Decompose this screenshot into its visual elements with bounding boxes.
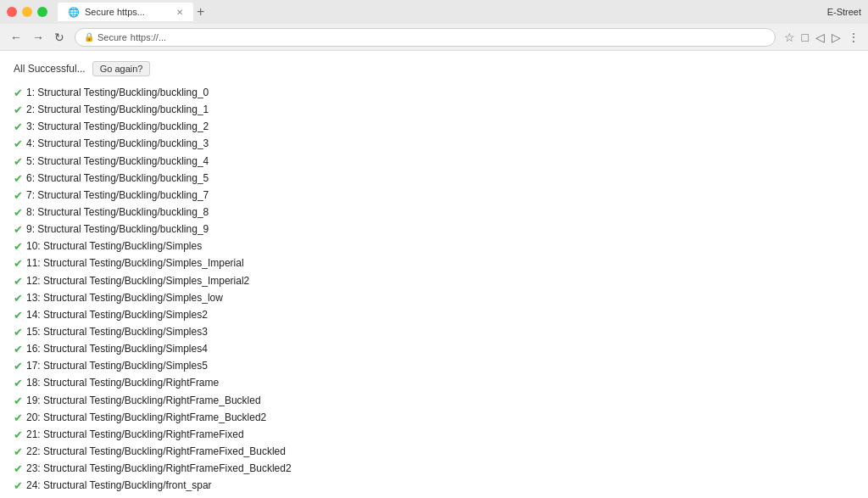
list-item: ✔24: Structural Testing/Buckling/front_s… bbox=[14, 478, 854, 495]
check-icon: ✔ bbox=[14, 221, 23, 238]
result-text: 10: Structural Testing/Buckling/Simples bbox=[26, 238, 202, 255]
result-text: 19: Structural Testing/Buckling/RightFra… bbox=[26, 393, 261, 409]
result-text: 11: Structural Testing/Buckling/Simples_… bbox=[26, 255, 244, 271]
list-item: ✔14: Structural Testing/Buckling/Simples… bbox=[14, 307, 854, 324]
check-icon: ✔ bbox=[14, 204, 23, 221]
list-item: ✔12: Structural Testing/Buckling/Simples… bbox=[14, 273, 854, 290]
list-item: ✔17: Structural Testing/Buckling/Simples… bbox=[14, 358, 854, 375]
nav-menu-button[interactable]: ⋮ bbox=[846, 29, 861, 46]
check-icon: ✔ bbox=[14, 187, 23, 204]
page-content: All Successful... Go again? ✔1: Structur… bbox=[0, 51, 868, 498]
result-text: 4: Structural Testing/Buckling/buckling_… bbox=[26, 136, 209, 152]
result-text: 17: Structural Testing/Buckling/Simples5 bbox=[26, 358, 208, 374]
result-text: 16: Structural Testing/Buckling/Simples4 bbox=[26, 341, 208, 357]
check-icon: ✔ bbox=[14, 85, 23, 102]
check-icon: ✔ bbox=[14, 495, 23, 498]
result-text: 15: Structural Testing/Buckling/Simples3 bbox=[26, 324, 208, 340]
list-item: ✔9: Structural Testing/Buckling/buckling… bbox=[14, 221, 854, 238]
window-controls bbox=[7, 7, 47, 17]
result-text: 9: Structural Testing/Buckling/buckling_… bbox=[26, 221, 209, 238]
status-bar: All Successful... Go again? bbox=[14, 61, 854, 76]
check-icon: ✔ bbox=[14, 461, 23, 478]
address-secure: Secure bbox=[97, 32, 127, 42]
check-icon: ✔ bbox=[14, 375, 23, 392]
list-item: ✔1: Structural Testing/Buckling/buckling… bbox=[14, 85, 854, 102]
check-icon: ✔ bbox=[14, 307, 23, 324]
list-item: ✔18: Structural Testing/Buckling/RightFr… bbox=[14, 375, 854, 392]
back-button[interactable]: ← bbox=[7, 29, 25, 46]
check-icon: ✔ bbox=[14, 427, 23, 444]
result-text: 18: Structural Testing/Buckling/RightFra… bbox=[26, 375, 219, 391]
check-icon: ✔ bbox=[14, 358, 23, 375]
result-text: 8: Structural Testing/Buckling/buckling_… bbox=[26, 204, 209, 221]
check-icon: ✔ bbox=[14, 154, 23, 171]
title-bar: 🌐 Secure https... ✕ + E-Street bbox=[0, 0, 868, 24]
maximize-button[interactable] bbox=[37, 7, 47, 17]
check-icon: ✔ bbox=[14, 393, 23, 410]
check-icon: ✔ bbox=[14, 102, 23, 119]
result-text: 25: Structural Testing/Buckling/front_sp… bbox=[26, 495, 239, 498]
list-item: ✔21: Structural Testing/Buckling/RightFr… bbox=[14, 427, 854, 444]
list-item: ✔25: Structural Testing/Buckling/front_s… bbox=[14, 495, 854, 498]
list-item: ✔2: Structural Testing/Buckling/buckling… bbox=[14, 102, 854, 119]
result-text: 7: Structural Testing/Buckling/buckling_… bbox=[26, 187, 209, 204]
forward-button[interactable]: → bbox=[29, 29, 47, 46]
tab-favicon: 🌐 bbox=[68, 7, 80, 18]
minimize-button[interactable] bbox=[22, 7, 32, 17]
result-text: 22: Structural Testing/Buckling/RightFra… bbox=[26, 444, 286, 460]
address-bar[interactable]: 🔒 Secure https://... bbox=[75, 28, 776, 47]
result-text: 2: Structural Testing/Buckling/buckling_… bbox=[26, 102, 209, 118]
address-url: https://... bbox=[131, 32, 166, 42]
nav-bar: ← → ↻ 🔒 Secure https://... ☆ □ ◁ ▷ ⋮ bbox=[0, 24, 868, 51]
tab-bar: 🌐 Secure https... ✕ + bbox=[58, 3, 827, 21]
result-text: 13: Structural Testing/Buckling/Simples_… bbox=[26, 290, 223, 306]
list-item: ✔10: Structural Testing/Buckling/Simples bbox=[14, 238, 854, 255]
check-icon: ✔ bbox=[14, 324, 23, 341]
result-list: ✔1: Structural Testing/Buckling/buckling… bbox=[14, 85, 854, 498]
new-tab-button[interactable]: + bbox=[197, 5, 204, 19]
result-text: 21: Structural Testing/Buckling/RightFra… bbox=[26, 427, 244, 443]
result-text: 24: Structural Testing/Buckling/front_sp… bbox=[26, 478, 212, 494]
list-item: ✔6: Structural Testing/Buckling/buckling… bbox=[14, 171, 854, 187]
check-icon: ✔ bbox=[14, 444, 23, 461]
nav-right-buttons: ☆ □ ◁ ▷ ⋮ bbox=[782, 29, 861, 46]
list-item: ✔4: Structural Testing/Buckling/buckling… bbox=[14, 136, 854, 153]
refresh-button[interactable]: ↻ bbox=[51, 29, 68, 46]
list-item: ✔13: Structural Testing/Buckling/Simples… bbox=[14, 290, 854, 307]
list-item: ✔20: Structural Testing/Buckling/RightFr… bbox=[14, 410, 854, 427]
list-item: ✔11: Structural Testing/Buckling/Simples… bbox=[14, 255, 854, 272]
lock-icon: 🔒 bbox=[84, 32, 94, 42]
list-item: ✔19: Structural Testing/Buckling/RightFr… bbox=[14, 393, 854, 410]
list-item: ✔8: Structural Testing/Buckling/buckling… bbox=[14, 204, 854, 221]
list-item: ✔5: Structural Testing/Buckling/buckling… bbox=[14, 154, 854, 171]
close-button[interactable] bbox=[7, 7, 17, 17]
list-item: ✔7: Structural Testing/Buckling/buckling… bbox=[14, 187, 854, 204]
go-again-button[interactable]: Go again? bbox=[92, 61, 151, 76]
list-item: ✔23: Structural Testing/Buckling/RightFr… bbox=[14, 461, 854, 478]
tab-close-icon[interactable]: ✕ bbox=[176, 8, 183, 17]
check-icon: ✔ bbox=[14, 273, 23, 290]
result-text: 20: Structural Testing/Buckling/RightFra… bbox=[26, 410, 266, 426]
nav-extra-button-2[interactable]: ◁ bbox=[814, 29, 826, 46]
check-icon: ✔ bbox=[14, 341, 23, 358]
result-text: 23: Structural Testing/Buckling/RightFra… bbox=[26, 461, 292, 477]
result-text: 1: Structural Testing/Buckling/buckling_… bbox=[26, 85, 209, 101]
result-text: 12: Structural Testing/Buckling/Simples_… bbox=[26, 273, 249, 289]
check-icon: ✔ bbox=[14, 171, 23, 187]
check-icon: ✔ bbox=[14, 478, 23, 495]
check-icon: ✔ bbox=[14, 290, 23, 307]
browser-tab[interactable]: 🌐 Secure https... ✕ bbox=[58, 3, 193, 21]
browser-title: E-Street bbox=[827, 7, 861, 17]
result-text: 14: Structural Testing/Buckling/Simples2 bbox=[26, 307, 208, 323]
check-icon: ✔ bbox=[14, 238, 23, 255]
list-item: ✔3: Structural Testing/Buckling/buckling… bbox=[14, 119, 854, 136]
result-text: 6: Structural Testing/Buckling/buckling_… bbox=[26, 171, 209, 187]
bookmark-button[interactable]: ☆ bbox=[782, 29, 797, 46]
list-item: ✔15: Structural Testing/Buckling/Simples… bbox=[14, 324, 854, 341]
tab-title: Secure https... bbox=[85, 7, 145, 17]
nav-extra-button-1[interactable]: □ bbox=[800, 29, 810, 46]
list-item: ✔16: Structural Testing/Buckling/Simples… bbox=[14, 341, 854, 358]
result-text: 5: Structural Testing/Buckling/buckling_… bbox=[26, 154, 209, 170]
nav-extra-button-3[interactable]: ▷ bbox=[830, 29, 843, 46]
check-icon: ✔ bbox=[14, 136, 23, 153]
